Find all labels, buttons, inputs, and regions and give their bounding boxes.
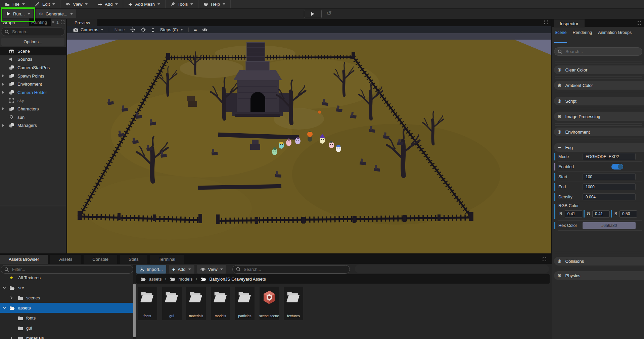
folder-tile-textures[interactable]: textures [284, 287, 303, 320]
graph-search[interactable] [1, 28, 65, 36]
tree-item-scene[interactable]: Scene [0, 47, 66, 55]
scrollbar-thumb[interactable] [133, 284, 136, 337]
visibility-button[interactable] [199, 28, 210, 32]
breadcrumb-models[interactable]: models [179, 277, 193, 282]
folder-tile-gui[interactable]: gui [162, 287, 182, 320]
fog-density-input[interactable]: 0.004 [583, 193, 636, 200]
fog-g-input[interactable]: 0.41 [592, 210, 610, 217]
fog-end-input[interactable]: 1000 [583, 183, 636, 190]
tab-animation-groups[interactable]: Animation Groups [598, 30, 632, 40]
preview-tab[interactable]: Preview [67, 19, 97, 26]
tree-item-camera-holder[interactable]: Camera Holder [0, 88, 66, 97]
expand-arrow-icon[interactable] [2, 75, 4, 77]
tree-item-scenes[interactable]: scenes [0, 293, 133, 303]
folder-tile-particles[interactable]: particles [235, 287, 255, 320]
gizmo-none-button[interactable]: None [112, 27, 128, 32]
cameras-dropdown[interactable]: Cameras [71, 27, 106, 32]
section-fog[interactable]: − Fog [554, 143, 644, 152]
view-button[interactable]: View [197, 265, 226, 274]
chevron-collapsed-icon[interactable] [10, 296, 13, 299]
tree-item-spawn-points[interactable]: Spawn Points [0, 72, 66, 80]
expand-arrow-icon[interactable] [2, 107, 4, 110]
fog-hex-swatch[interactable]: #6a6a80 [583, 222, 636, 229]
tree-item-sun[interactable]: sun [0, 113, 66, 122]
section-ambient-color[interactable]: ⊕ Ambient Color [554, 81, 644, 90]
tree-item-sky[interactable]: sky [0, 97, 66, 105]
painting-tab[interactable]: Painting [29, 18, 51, 26]
run-button[interactable]: Run... [3, 9, 33, 18]
add-button[interactable]: + Add [169, 265, 194, 274]
tree-item-characters[interactable]: Characters [0, 105, 66, 113]
tree-item-src[interactable]: src [0, 283, 133, 293]
assets-search[interactable] [232, 265, 350, 274]
fog-mode-select[interactable]: FOGMODE_EXP2 [583, 153, 636, 160]
tree-item-gui[interactable]: gui [0, 323, 133, 333]
fog-enabled-toggle[interactable] [611, 164, 623, 170]
preview-play-button[interactable] [304, 10, 322, 18]
tab-stats[interactable]: Stats [120, 255, 147, 264]
expand-arrow-icon[interactable] [2, 91, 4, 94]
folder-tile-fonts[interactable]: fonts [138, 287, 157, 320]
menu-edit[interactable]: Edit [30, 0, 60, 8]
generate-button[interactable]: ⚙ Generate... [36, 9, 76, 18]
inspector-search-input[interactable] [565, 49, 639, 54]
tab-terminal[interactable]: Terminal [150, 255, 184, 264]
fog-b-input[interactable]: 0.50 [619, 210, 637, 217]
tree-item-camerastartpos[interactable]: CameraStartPos [0, 63, 66, 72]
chevron-expanded-icon[interactable] [3, 307, 6, 309]
expand-arrow-icon[interactable] [2, 124, 4, 127]
rotate-gizmo-button[interactable] [138, 27, 148, 32]
tree-item-all-textures[interactable]: ★ All Textures [0, 273, 133, 283]
tab-assets[interactable]: Assets [50, 255, 81, 264]
move-gizmo-button[interactable] [128, 27, 138, 32]
fog-start-input[interactable]: 100 [583, 173, 636, 180]
folder-tile-materials[interactable]: materials [186, 287, 206, 320]
tree-item-sounds[interactable]: Sounds [0, 55, 66, 64]
tree-item-assets[interactable]: assets [0, 303, 133, 313]
expand-icon[interactable] [543, 257, 546, 261]
inspector-search[interactable] [554, 47, 642, 56]
chevron-collapsed-icon[interactable] [10, 336, 13, 339]
chevron-down-icon[interactable] [52, 21, 54, 23]
assets-filter-input[interactable] [11, 267, 130, 272]
scale-gizmo-button[interactable] [148, 27, 157, 33]
breadcrumb-current[interactable]: BabylonJS Graveyard Assets [210, 277, 266, 282]
menu-view[interactable]: View [60, 0, 93, 8]
tree-item-materials[interactable]: materials [0, 333, 133, 339]
assets-tree-scrollbar[interactable] [133, 265, 136, 339]
inspector-tab[interactable]: Inspector [554, 19, 585, 28]
tab-console[interactable]: Console [84, 255, 117, 264]
expand-icon[interactable] [544, 20, 548, 24]
folder-tile-models[interactable]: models [211, 287, 230, 320]
chevron-expanded-icon[interactable] [3, 287, 6, 289]
viewport[interactable] [67, 33, 551, 253]
section-physics[interactable]: ⊕ Physics [554, 271, 644, 280]
expand-arrow-icon[interactable] [2, 83, 4, 86]
graph-tab[interactable]: Graph [0, 20, 15, 25]
menu-help[interactable]: Help [198, 0, 231, 8]
section-environment[interactable]: ⊕ Environment [554, 128, 644, 136]
tab-scene[interactable]: Scene [555, 30, 566, 40]
file-tile-scene[interactable]: scene.scene [260, 287, 279, 320]
menu-add-mesh[interactable]: Add Mesh [123, 0, 166, 8]
tab-assets-browser[interactable]: Assets Browser [0, 255, 48, 264]
tab-rendering[interactable]: Rendering [572, 30, 592, 40]
section-clear-color[interactable]: ⊕ Clear Color [554, 65, 644, 74]
options-button[interactable]: Options... [1, 38, 64, 46]
fog-r-input[interactable]: 0.41 [565, 210, 582, 217]
menu-add[interactable]: Add [93, 0, 123, 8]
section-script[interactable]: ⊕ Script [554, 97, 644, 105]
section-image-processing[interactable]: ⊕ Image Processing [554, 112, 644, 121]
breadcrumb-assets[interactable]: assets [149, 277, 162, 282]
reload-icon[interactable]: ↺ [326, 9, 332, 17]
section-collisions[interactable]: ⊕ Collisions [554, 257, 644, 265]
expand-icon[interactable] [638, 21, 641, 25]
expand-icon[interactable] [61, 20, 64, 24]
menu-tools[interactable]: Tools [166, 0, 198, 8]
tree-item-fonts[interactable]: fonts [0, 313, 133, 323]
wireframe-button[interactable]: = [191, 27, 200, 33]
graph-search-input[interactable] [11, 29, 61, 35]
tree-item-environment[interactable]: Environment [0, 80, 66, 88]
menu-file[interactable]: File [0, 0, 30, 8]
assets-search-input[interactable] [243, 267, 346, 272]
